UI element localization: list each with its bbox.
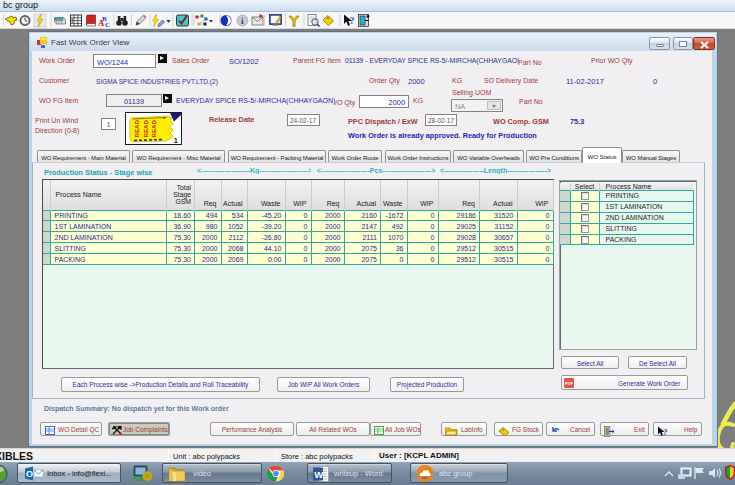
svg-text:READ: READ xyxy=(142,119,149,137)
svg-text:READ: READ xyxy=(133,119,140,137)
svg-text:1: 1 xyxy=(174,137,178,144)
svg-text:abc: abc xyxy=(422,476,428,480)
svg-text:?: ? xyxy=(663,427,668,437)
svg-text:?: ? xyxy=(350,15,355,26)
svg-text:C: C xyxy=(105,21,110,29)
svg-text:W: W xyxy=(314,468,323,479)
svg-text:READ: READ xyxy=(150,119,157,137)
svg-text:A: A xyxy=(98,18,105,28)
svg-text:O: O xyxy=(26,469,33,479)
